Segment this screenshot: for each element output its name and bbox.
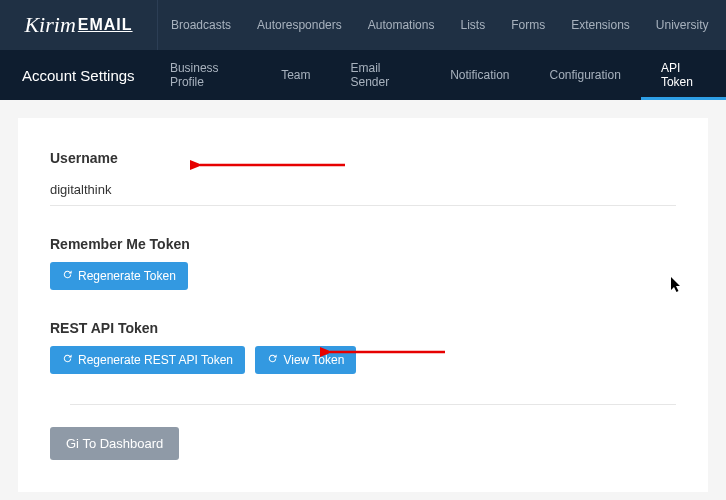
go-to-dashboard-button[interactable]: Gi To Dashboard [50,427,179,460]
tab-email-sender[interactable]: Email Sender [330,50,430,100]
section-username: Username digitalthink [50,150,676,206]
tab-team[interactable]: Team [261,50,330,100]
tab-business-profile[interactable]: Business Profile [150,50,261,100]
rest-api-token-label: REST API Token [50,320,676,336]
view-token-label: View Token [283,353,344,367]
nav-lists[interactable]: Lists [447,0,498,50]
topnav-links: Broadcasts Autoresponders Automations Li… [158,0,722,50]
tab-api-token[interactable]: API Token [641,50,726,100]
refresh-icon [62,269,73,283]
nav-autoresponders[interactable]: Autoresponders [244,0,355,50]
username-label: Username [50,150,676,166]
page-title: Account Settings [0,67,150,84]
regenerate-token-label: Regenerate Token [78,269,176,283]
view-token-button[interactable]: View Token [255,346,356,374]
sub-navbar: Account Settings Business Profile Team E… [0,50,726,100]
nav-forms[interactable]: Forms [498,0,558,50]
logo-text-1: Kirim [24,12,75,38]
refresh-icon [62,353,73,367]
nav-extensions[interactable]: Extensions [558,0,643,50]
divider [70,404,676,405]
regenerate-rest-api-token-button[interactable]: Regenerate REST API Token [50,346,245,374]
card: Username digitalthink Remember Me Token … [18,118,708,492]
regenerate-rest-api-label: Regenerate REST API Token [78,353,233,367]
tab-notification[interactable]: Notification [430,50,529,100]
nav-automations[interactable]: Automations [355,0,448,50]
remember-token-label: Remember Me Token [50,236,676,252]
content-wrap: Username digitalthink Remember Me Token … [0,100,726,500]
regenerate-token-button[interactable]: Regenerate Token [50,262,188,290]
tab-configuration[interactable]: Configuration [530,50,641,100]
top-navbar: Kirim EMAIL Broadcasts Autoresponders Au… [0,0,726,50]
tabs: Business Profile Team Email Sender Notif… [150,50,726,100]
section-rest-api-token: REST API Token Regenerate REST API Token… [50,320,676,374]
logo[interactable]: Kirim EMAIL [0,0,158,50]
nav-broadcasts[interactable]: Broadcasts [158,0,244,50]
logo-text-2: EMAIL [78,16,133,34]
section-remember-token: Remember Me Token Regenerate Token [50,236,676,290]
refresh-icon [267,353,278,367]
username-value: digitalthink [50,176,676,206]
nav-university[interactable]: University [643,0,722,50]
